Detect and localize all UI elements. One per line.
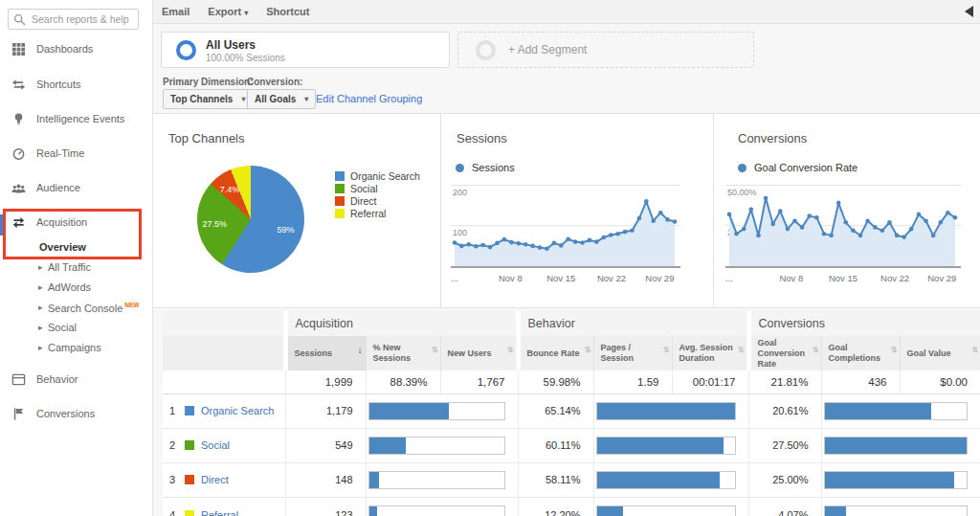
column-header-bounce-rate[interactable]: Bounce Rate⇅ <box>518 336 593 370</box>
add-segment-label: + Add Segment <box>508 43 587 56</box>
chevron-down-icon: ▾ <box>241 95 245 103</box>
goal-rate-value: 25.00% <box>748 462 821 497</box>
pie-slice-label: 27.5% <box>200 219 229 229</box>
legend-swatch-icon <box>335 209 345 218</box>
sidebar-item-real-time[interactable]: Real-Time <box>0 143 153 166</box>
data-point <box>880 229 885 234</box>
acquisition-icon <box>11 215 26 230</box>
data-point <box>602 236 607 240</box>
sidebar-item-adwords[interactable]: ▸ AdWords <box>0 279 153 298</box>
group-header-behavior: Behavior <box>518 311 748 336</box>
sidebar-item-label: Intelligence Events <box>36 113 124 124</box>
x-axis-tick: Nov 15 <box>829 273 858 283</box>
column-header-goal-conversion-rate[interactable]: Goal Conversion Rate⇅ <box>748 336 821 370</box>
conversions-chart: 25.00%50.00% <box>725 177 961 266</box>
x-axis-labels: ...Nov 8Nov 15Nov 22Nov 29 <box>451 273 680 284</box>
sidebar-item-conversions[interactable]: Conversions <box>0 403 153 426</box>
sidebar-item-label: Shortcuts <box>36 79 80 90</box>
sidebar-item-acquisition[interactable]: Acquisition <box>0 212 153 235</box>
y-axis-label: 50.00% <box>727 188 757 197</box>
export-button[interactable]: Export▾ <box>208 6 248 17</box>
column-header-goal-completions[interactable]: Goal Completions⇅ <box>821 336 900 370</box>
data-point <box>573 239 578 244</box>
column-header-new-users[interactable]: New Users⇅ <box>440 336 518 370</box>
x-axis-tick: ... <box>725 273 733 283</box>
sidebar-item-search-console[interactable]: ▸ Search ConsoleNEW <box>0 299 153 318</box>
channel-link[interactable]: Direct <box>201 474 229 485</box>
y-axis-label: 100 <box>453 228 467 237</box>
data-point <box>623 230 628 235</box>
pie-legend: Organic Search Social Direct Referral <box>335 169 420 219</box>
sidebar-item-behavior[interactable]: Behavior <box>0 369 153 392</box>
sessions-share-bar <box>368 505 505 516</box>
sort-icon: ⇅ <box>507 346 514 355</box>
channel-cell: 2Social <box>163 428 285 462</box>
channel-link[interactable]: Organic Search <box>201 405 274 416</box>
bar-fill <box>597 506 623 516</box>
primary-dimension-label: Primary Dimension: <box>163 77 253 87</box>
data-point <box>538 245 543 250</box>
column-header-avg-session-duration[interactable]: Avg. Session Duration⇅ <box>672 336 748 370</box>
bar-fill <box>369 506 378 516</box>
bar-fill <box>825 403 931 419</box>
sidebar-item-all-traffic[interactable]: ▸ All Traffic <box>0 258 153 278</box>
channel-link[interactable]: Social <box>201 439 230 451</box>
column-header-goal-value[interactable]: Goal Value⇅ <box>900 336 980 370</box>
column-header-pages-session[interactable]: Pages / Session⇅ <box>593 336 672 370</box>
data-point <box>851 229 856 234</box>
sidebar-item-dashboards[interactable]: Dashboards <box>0 38 153 61</box>
data-point <box>530 244 535 249</box>
primary-dimension-dropdown[interactable]: Top Channels▾ <box>163 89 253 109</box>
sidebar-item-shortcuts[interactable]: Shortcuts <box>0 74 153 97</box>
segment-all-users[interactable]: All Users 100.00% Sessions <box>161 32 450 68</box>
total-new-users: 1,767 <box>440 370 518 393</box>
data-point <box>630 229 635 234</box>
sidebar-subitem-label: All Traffic <box>48 261 91 273</box>
data-point <box>545 247 549 252</box>
data-point <box>836 201 841 206</box>
active-section-indicator <box>0 214 4 236</box>
sidebar-item-audience[interactable]: Audience <box>0 177 153 200</box>
total-avg-session-duration: 00:01:17 <box>672 370 748 393</box>
bar-fill <box>369 437 407 454</box>
sidebar-item-social[interactable]: ▸ Social <box>0 319 153 338</box>
sidebar-subitem-label: Search ConsoleNEW <box>48 302 139 314</box>
data-point <box>909 227 914 232</box>
data-point <box>895 234 900 238</box>
add-segment-button[interactable]: + Add Segment <box>457 32 754 68</box>
shortcut-button[interactable]: Shortcut <box>266 6 309 17</box>
conversions-plot: 25.00%50.00% <box>725 177 961 268</box>
channel-link[interactable]: Referral <box>201 509 238 516</box>
real-time-icon <box>11 146 26 161</box>
panel-title: Top Channels <box>168 131 245 146</box>
edit-channel-grouping-link[interactable]: Edit Channel Grouping <box>316 93 422 104</box>
sort-descending-icon: ↓ <box>358 345 363 356</box>
data-point <box>552 241 557 246</box>
data-point <box>873 225 878 230</box>
sidebar-item-label: Conversions <box>36 408 95 419</box>
column-header-new-sessions[interactable]: % New Sessions⇅ <box>366 336 440 370</box>
data-point <box>673 219 678 224</box>
data-point <box>488 245 493 250</box>
data-point <box>644 199 649 204</box>
data-point <box>887 220 892 225</box>
sidebar-item-intelligence-events[interactable]: Intelligence Events <box>0 108 153 131</box>
collapse-panel-icon[interactable] <box>965 6 973 17</box>
email-button[interactable]: Email <box>162 6 189 17</box>
column-header-sessions[interactable]: Sessions↓ <box>285 336 366 370</box>
sessions-bar-cell <box>366 497 518 516</box>
sidebar-item-overview[interactable]: Overview <box>0 238 153 258</box>
add-segment-ring-icon <box>476 40 496 60</box>
total-goal-value: $0.00 <box>900 370 980 393</box>
group-header-acquisition: Acquisition <box>285 311 518 336</box>
channel-color-swatch <box>185 406 194 415</box>
x-axis-tick: Nov 15 <box>546 273 575 283</box>
sessions-share-bar <box>368 471 505 489</box>
search-input[interactable] <box>32 11 135 28</box>
x-axis-tick: Nov 29 <box>645 273 674 283</box>
total-new-sessions: 88.39% <box>366 370 440 393</box>
conversion-dropdown[interactable]: All Goals▾ <box>247 89 316 109</box>
data-point <box>822 232 827 236</box>
sidebar-item-campaigns[interactable]: ▸ Campaigns <box>0 339 153 358</box>
series-dot-icon <box>456 164 464 172</box>
